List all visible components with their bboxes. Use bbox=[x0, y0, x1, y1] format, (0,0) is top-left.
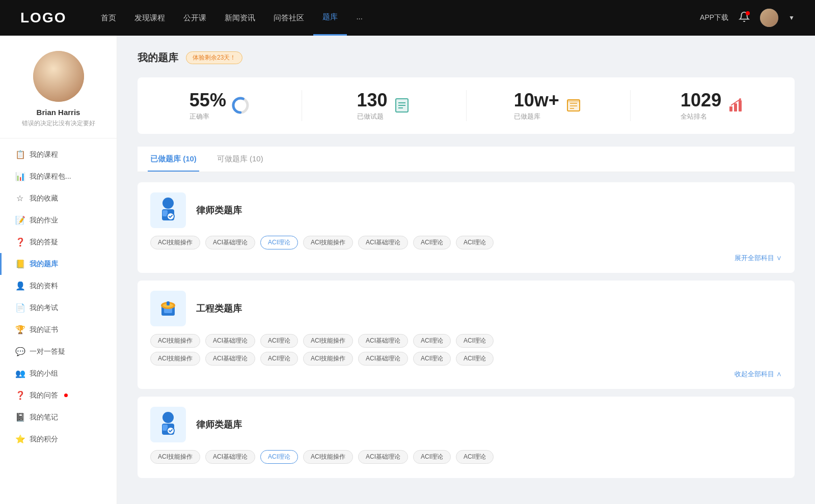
tag[interactable]: ACI理论 bbox=[413, 236, 451, 249]
nav-news[interactable]: 新闻资讯 bbox=[215, 0, 264, 36]
tag[interactable]: ACI理论 bbox=[456, 450, 494, 464]
svg-rect-14 bbox=[734, 103, 737, 111]
tag[interactable]: ACI理论 bbox=[413, 352, 451, 366]
qbank-title-2: 工程类题库 bbox=[196, 302, 242, 315]
svg-rect-26 bbox=[167, 301, 170, 305]
sidebar-item-label: 我的课程 bbox=[30, 150, 58, 159]
sidebar-item-profile[interactable]: 👤 我的资料 bbox=[0, 275, 117, 297]
qbank-tags-2-row2: ACI技能操作 ACI基础理论 ACI理论 ACI技能操作 ACI基础理论 AC… bbox=[150, 352, 782, 366]
nav-qa[interactable]: 问答社区 bbox=[264, 0, 313, 36]
qbank-tags-1: ACI技能操作 ACI基础理论 ACI理论 ACI技能操作 ACI基础理论 AC… bbox=[150, 236, 782, 249]
tab-available-banks[interactable]: 可做题库 (10) bbox=[214, 147, 266, 172]
courses-icon: 📋 bbox=[15, 150, 24, 159]
sidebar-item-label: 我的证书 bbox=[30, 325, 58, 334]
sidebar-username: Brian Harris bbox=[37, 108, 80, 117]
svg-point-16 bbox=[739, 98, 741, 100]
notification-bell[interactable] bbox=[739, 11, 750, 24]
sidebar-item-course-packages[interactable]: 📊 我的课程包... bbox=[0, 165, 117, 187]
stat-done-questions-value: 130 bbox=[357, 90, 388, 110]
tag[interactable]: ACI基础理论 bbox=[205, 236, 255, 249]
tag[interactable]: ACI理论 bbox=[456, 236, 494, 249]
nav-home[interactable]: 首页 bbox=[92, 0, 125, 36]
tag[interactable]: ACI基础理论 bbox=[358, 352, 408, 366]
tag[interactable]: ACI技能操作 bbox=[150, 334, 200, 348]
qa-notification-dot bbox=[64, 394, 68, 397]
sidebar-item-my-qa[interactable]: ❓ 我的问答 bbox=[0, 384, 117, 406]
packages-icon: 📊 bbox=[15, 172, 24, 181]
stat-rank-label: 全站排名 bbox=[681, 112, 721, 121]
expand-link-1[interactable]: 展开全部科目 ∨ bbox=[150, 254, 782, 263]
page-title: 我的题库 bbox=[138, 51, 178, 65]
tag-active[interactable]: ACI理论 bbox=[260, 236, 298, 249]
svg-point-17 bbox=[162, 198, 174, 209]
nav-links: 首页 发现课程 公开课 新闻资讯 问答社区 题库 ··· bbox=[92, 0, 700, 36]
tag[interactable]: ACI技能操作 bbox=[150, 236, 200, 249]
stat-accuracy-value: 55% bbox=[189, 90, 226, 110]
sidebar-item-my-courses[interactable]: 📋 我的课程 bbox=[0, 144, 117, 165]
points-icon: ⭐ bbox=[15, 434, 24, 444]
sidebar-item-label: 一对一答疑 bbox=[30, 347, 65, 356]
sidebar-item-homework[interactable]: 📝 我的作业 bbox=[0, 209, 117, 231]
tag[interactable]: ACI技能操作 bbox=[303, 236, 353, 249]
nav-qbank[interactable]: 题库 bbox=[313, 0, 347, 36]
tag[interactable]: ACI理论 bbox=[413, 450, 451, 464]
tag[interactable]: ACI基础理论 bbox=[358, 450, 408, 464]
tag[interactable]: ACI基础理论 bbox=[205, 352, 255, 366]
question-icon: ❓ bbox=[15, 237, 24, 247]
sidebar-item-points[interactable]: ⭐ 我的积分 bbox=[0, 428, 117, 450]
sidebar-item-label: 我的作业 bbox=[30, 216, 58, 225]
tag[interactable]: ACI理论 bbox=[260, 334, 298, 348]
tag[interactable]: ACI技能操作 bbox=[303, 334, 353, 348]
sidebar-menu: 📋 我的课程 📊 我的课程包... ☆ 我的收藏 📝 我的作业 ❓ 我的答疑 📒 bbox=[0, 144, 117, 450]
accuracy-chart-icon bbox=[231, 96, 250, 115]
logo[interactable]: LOGO bbox=[20, 10, 66, 26]
collapse-link-2[interactable]: 收起全部科目 ∧ bbox=[150, 370, 782, 379]
tabs-row: 已做题库 (10) 可做题库 (10) bbox=[138, 147, 795, 172]
sidebar-item-qbank[interactable]: 📒 我的题库 bbox=[0, 253, 117, 275]
tag[interactable]: ACI基础理论 bbox=[358, 236, 408, 249]
nav-discover[interactable]: 发现课程 bbox=[125, 0, 174, 36]
sidebar-item-questions[interactable]: ❓ 我的答疑 bbox=[0, 231, 117, 253]
sidebar-item-group[interactable]: 👥 我的小组 bbox=[0, 362, 117, 384]
tag[interactable]: ACI基础理论 bbox=[358, 334, 408, 348]
nav-more[interactable]: ··· bbox=[347, 0, 372, 36]
avatar-dropdown-arrow[interactable]: ▼ bbox=[789, 14, 795, 21]
tag[interactable]: ACI理论 bbox=[413, 334, 451, 348]
tag[interactable]: ACI技能操作 bbox=[303, 450, 353, 464]
profile-icon: 👤 bbox=[15, 281, 24, 291]
tag[interactable]: ACI理论 bbox=[456, 352, 494, 366]
trial-badge: 体验剩余23天！ bbox=[186, 51, 242, 64]
qbank-icon: 📒 bbox=[15, 259, 24, 269]
tag[interactable]: ACI基础理论 bbox=[205, 334, 255, 348]
tag[interactable]: ACI技能操作 bbox=[150, 352, 200, 366]
star-icon: ☆ bbox=[15, 193, 24, 203]
sidebar-item-label: 我的课程包... bbox=[30, 172, 71, 181]
main-layout: Brian Harris 错误的决定比没有决定要好 📋 我的课程 📊 我的课程包… bbox=[0, 36, 815, 504]
tag[interactable]: ACI理论 bbox=[456, 334, 494, 348]
nav-opencourse[interactable]: 公开课 bbox=[174, 0, 215, 36]
qbank-icon-lawyer-3 bbox=[150, 407, 186, 442]
main-content: 我的题库 体验剩余23天！ 55% 正确率 130 bbox=[117, 36, 815, 504]
sidebar-item-notes[interactable]: 📓 我的笔记 bbox=[0, 406, 117, 428]
navbar: LOGO 首页 发现课程 公开课 新闻资讯 问答社区 题库 ··· APP下载 … bbox=[0, 0, 815, 36]
qbank-item-1: 律师类题库 ACI技能操作 ACI基础理论 ACI理论 ACI技能操作 ACI基… bbox=[138, 182, 795, 273]
sidebar-item-exam[interactable]: 📄 我的考试 bbox=[0, 297, 117, 319]
tag[interactable]: ACI理论 bbox=[260, 352, 298, 366]
app-download-button[interactable]: APP下载 bbox=[700, 13, 728, 22]
tag[interactable]: ACI基础理论 bbox=[205, 450, 255, 464]
sidebar-item-tutoring[interactable]: 💬 一对一答疑 bbox=[0, 341, 117, 362]
svg-point-27 bbox=[162, 412, 174, 423]
sidebar-item-certificate[interactable]: 🏆 我的证书 bbox=[0, 319, 117, 341]
qbank-title-3: 律师类题库 bbox=[196, 418, 242, 431]
qbank-title-1: 律师类题库 bbox=[196, 204, 242, 216]
tag-active[interactable]: ACI理论 bbox=[260, 450, 298, 464]
tag[interactable]: ACI技能操作 bbox=[150, 450, 200, 464]
sidebar-item-favorites[interactable]: ☆ 我的收藏 bbox=[0, 187, 117, 209]
avatar[interactable] bbox=[760, 9, 778, 27]
tab-done-banks[interactable]: 已做题库 (10) bbox=[148, 147, 199, 172]
tag[interactable]: ACI技能操作 bbox=[303, 352, 353, 366]
homework-icon: 📝 bbox=[15, 215, 24, 225]
qbank-item-2: 工程类题库 ACI技能操作 ACI基础理论 ACI理论 ACI技能操作 ACI基… bbox=[138, 281, 795, 389]
sidebar: Brian Harris 错误的决定比没有决定要好 📋 我的课程 📊 我的课程包… bbox=[0, 36, 117, 504]
avatar-image bbox=[33, 51, 84, 102]
